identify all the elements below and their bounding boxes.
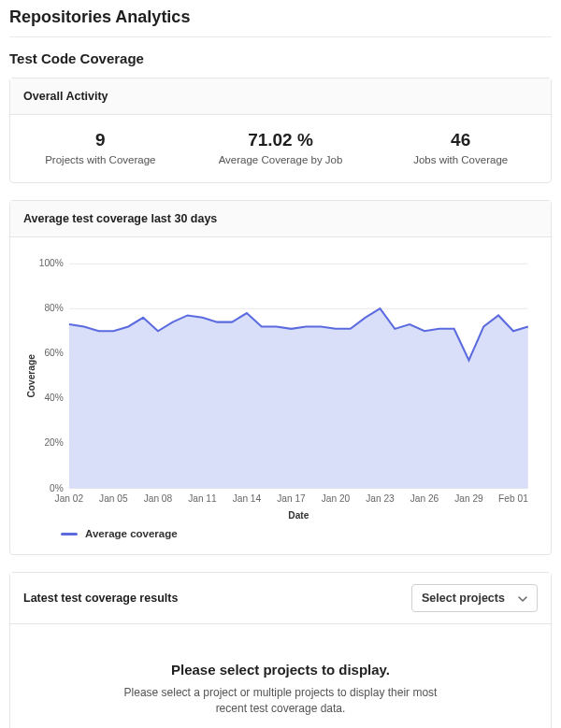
latest-results-panel: Latest test coverage results Select proj… <box>9 572 552 728</box>
svg-text:Jan 17: Jan 17 <box>277 493 306 504</box>
stat-value: 9 <box>10 130 191 150</box>
coverage-chart-header: Average test coverage last 30 days <box>10 201 551 237</box>
overall-stats-row: 9Projects with Coverage71.02 %Average Co… <box>10 115 551 182</box>
section-title: Test Code Coverage <box>9 50 552 66</box>
overall-stat: 71.02 %Average Coverage by Job <box>191 130 371 165</box>
svg-text:Jan 20: Jan 20 <box>322 493 351 504</box>
svg-text:80%: 80% <box>44 303 63 313</box>
svg-text:Jan 26: Jan 26 <box>410 493 439 504</box>
coverage-chart-wrap: 0%20%40%60%80%100%Jan 02Jan 05Jan 08Jan … <box>10 237 551 554</box>
svg-text:Jan 08: Jan 08 <box>144 493 173 504</box>
svg-text:Date: Date <box>288 510 309 521</box>
svg-text:Feb 01: Feb 01 <box>498 493 528 504</box>
stat-label: Projects with Coverage <box>10 154 191 165</box>
empty-state-subtitle: Please select a project or multiple proj… <box>112 685 449 717</box>
svg-text:Jan 02: Jan 02 <box>55 493 84 504</box>
svg-text:Jan 29: Jan 29 <box>454 493 483 504</box>
overall-stat: 46Jobs with Coverage <box>370 130 551 165</box>
coverage-chart-panel: Average test coverage last 30 days 0%20%… <box>9 200 552 555</box>
select-projects-label: Select projects <box>422 592 505 605</box>
stat-value: 46 <box>370 130 551 150</box>
latest-results-empty-state: Please select projects to display. Pleas… <box>10 624 551 728</box>
svg-text:Coverage: Coverage <box>26 354 36 398</box>
chevron-down-icon <box>518 593 527 603</box>
stat-label: Jobs with Coverage <box>370 154 551 165</box>
legend-label: Average coverage <box>85 528 178 539</box>
svg-text:100%: 100% <box>39 258 64 268</box>
svg-text:Jan 11: Jan 11 <box>188 493 217 504</box>
page-title: Repositories Analytics <box>9 6 552 37</box>
chart-legend: Average coverage <box>23 522 538 543</box>
svg-text:60%: 60% <box>44 348 63 358</box>
svg-text:0%: 0% <box>50 483 64 493</box>
svg-text:Jan 05: Jan 05 <box>99 493 128 504</box>
select-projects-dropdown[interactable]: Select projects <box>411 584 538 612</box>
stat-value: 71.02 % <box>191 130 371 150</box>
stat-label: Average Coverage by Job <box>191 154 371 165</box>
overall-stat: 9Projects with Coverage <box>10 130 191 165</box>
svg-text:Jan 23: Jan 23 <box>366 493 395 504</box>
coverage-chart: 0%20%40%60%80%100%Jan 02Jan 05Jan 08Jan … <box>23 256 538 522</box>
overall-activity-panel: Overall Activity 9Projects with Coverage… <box>9 78 552 183</box>
svg-text:20%: 20% <box>44 437 63 448</box>
latest-results-header: Latest test coverage results Select proj… <box>10 573 551 624</box>
latest-results-title: Latest test coverage results <box>23 592 178 605</box>
empty-state-title: Please select projects to display. <box>48 662 513 678</box>
svg-text:40%: 40% <box>44 393 63 403</box>
legend-swatch <box>61 533 78 535</box>
overall-activity-header: Overall Activity <box>10 79 551 115</box>
svg-text:Jan 14: Jan 14 <box>233 493 262 504</box>
